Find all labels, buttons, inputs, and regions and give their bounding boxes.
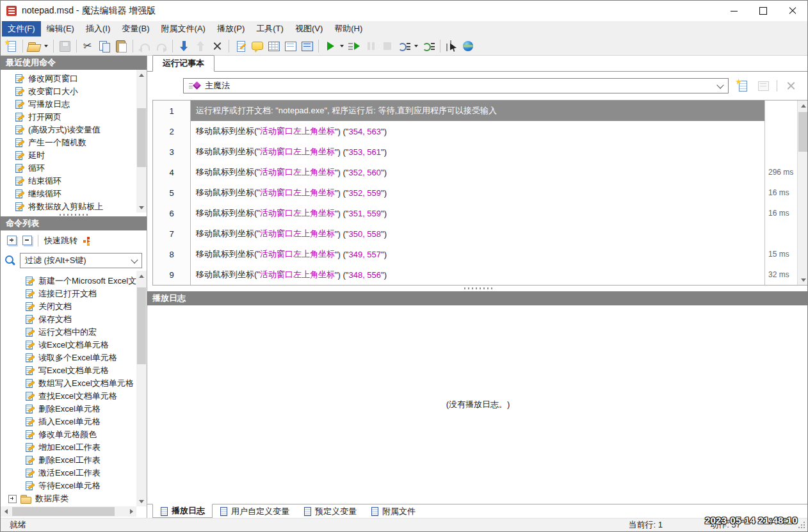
tree-item[interactable]: 关闭文档 xyxy=(1,300,136,313)
tree-item[interactable]: 修改单元格颜色 xyxy=(1,428,136,441)
delete-magic-button[interactable] xyxy=(783,78,798,93)
scroll-thumb[interactable] xyxy=(137,108,146,167)
script-row[interactable]: 1运行程序或打开文档: "notepad.exe", 程序运行后: 等待,直到应… xyxy=(153,101,798,121)
tree-item[interactable]: 读Excel文档单元格 xyxy=(1,339,136,351)
chevron-down-icon[interactable] xyxy=(716,81,723,88)
script-row[interactable]: 4移动鼠标到坐标("活动窗口左上角坐标") ("352, 560")296 ms xyxy=(153,162,798,182)
collapse-all-button[interactable] xyxy=(22,236,32,245)
comment-icon[interactable] xyxy=(249,38,265,54)
menu-item-file[interactable]: 文件(F) xyxy=(2,21,41,36)
recent-command-item[interactable]: 继续循环 xyxy=(1,188,136,200)
scroll-thumb[interactable] xyxy=(798,112,808,152)
script-row-text[interactable]: 移动鼠标到坐标("活动窗口左上角坐标") ("348, 556") xyxy=(191,264,764,285)
tree-item[interactable]: 等待Excel单元格 xyxy=(1,480,136,492)
tree-item[interactable]: 新建一个Microsoft Excel文 xyxy=(1,275,136,287)
tree-item[interactable]: 保存文档 xyxy=(1,313,136,326)
recent-command-item[interactable]: 将数据放入剪贴板上 xyxy=(1,200,136,213)
script-row-text[interactable]: 移动鼠标到坐标("活动窗口左上角坐标") ("353, 561") xyxy=(191,141,764,162)
list-view-icon[interactable] xyxy=(299,38,315,54)
step-over-icon[interactable] xyxy=(421,38,437,54)
menu-item-view[interactable]: 视图(V) xyxy=(289,21,328,36)
scroll-right-arrow[interactable] xyxy=(126,506,136,517)
scroll-up-arrow[interactable] xyxy=(136,70,147,80)
magic-selector[interactable]: 主魔法 xyxy=(183,78,729,93)
script-row[interactable]: 6移动鼠标到坐标("活动窗口左上角坐标") ("351, 559")16 ms xyxy=(153,203,798,223)
tree-item[interactable]: 插入Excel单元格 xyxy=(1,415,136,428)
tree-item[interactable]: 读取多个Excel单元格 xyxy=(1,351,136,364)
tree-item[interactable]: 运行文档中的宏 xyxy=(1,326,136,339)
step-run-icon[interactable] xyxy=(346,38,362,54)
recent-command-item[interactable]: 产生一个随机数 xyxy=(1,136,136,149)
tab-run-notepad[interactable]: 运行记事本 xyxy=(152,55,214,72)
log-splitter[interactable] xyxy=(147,286,808,291)
open-icon[interactable] xyxy=(26,38,42,54)
scroll-left-arrow[interactable] xyxy=(1,506,11,517)
pick-point-icon[interactable] xyxy=(444,38,460,54)
menu-item-insert[interactable]: 插入(I) xyxy=(80,21,116,36)
maximize-button[interactable] xyxy=(748,1,778,21)
pause-icon[interactable] xyxy=(363,38,379,54)
menu-item-variable[interactable]: 变量(B) xyxy=(116,21,155,36)
recent-command-item[interactable]: 写播放日志 xyxy=(1,98,136,111)
tree-item[interactable]: 删除Excel单元格 xyxy=(1,403,136,415)
new-magic-button[interactable] xyxy=(734,78,750,93)
recent-command-item[interactable]: 循环 xyxy=(1,162,136,175)
stop-icon[interactable] xyxy=(380,38,396,54)
recent-command-item[interactable]: 打开网页 xyxy=(1,111,136,124)
new-script-icon[interactable] xyxy=(3,38,19,54)
recent-command-item[interactable]: 修改网页窗口 xyxy=(1,72,136,85)
recent-command-item[interactable]: 延时 xyxy=(1,149,136,162)
script-row-text[interactable]: 移动鼠标到坐标("活动窗口左上角坐标") ("352, 560") xyxy=(191,162,764,182)
resize-grip[interactable] xyxy=(804,527,805,528)
scroll-up-arrow[interactable] xyxy=(136,271,147,281)
scroll-down-arrow[interactable] xyxy=(136,496,147,506)
run-to-line-dropdown-arrow[interactable] xyxy=(413,38,420,54)
edit-note-icon[interactable] xyxy=(232,38,248,54)
expand-plus-icon[interactable] xyxy=(8,495,17,503)
run-to-line-icon[interactable] xyxy=(396,38,412,54)
paste-icon[interactable] xyxy=(113,38,129,54)
command-tree-horizontal-scrollbar[interactable] xyxy=(1,506,136,517)
chevron-down-icon[interactable] xyxy=(131,256,138,263)
scroll-thumb[interactable] xyxy=(137,287,146,364)
menu-item-play[interactable]: 播放(P) xyxy=(211,21,250,36)
script-row[interactable]: 8移动鼠标到坐标("活动窗口左上角坐标") ("349, 557")15 ms xyxy=(153,244,798,264)
scroll-down-arrow[interactable] xyxy=(136,202,147,213)
undo-icon[interactable] xyxy=(136,38,152,54)
script-row-text[interactable]: 移动鼠标到坐标("活动窗口左上角坐标") ("351, 559") xyxy=(191,203,764,223)
quick-jump-icon[interactable] xyxy=(83,237,92,245)
script-row-text[interactable]: 移动鼠标到坐标("活动窗口左上角坐标") ("354, 563") xyxy=(191,121,764,141)
command-tree-scrollbar[interactable] xyxy=(136,271,147,506)
recent-list-scrollbar[interactable] xyxy=(136,70,147,213)
bottom-tab-user-vars[interactable]: 用户自定义变量 xyxy=(213,504,296,518)
recent-command-item[interactable]: (高级方式)读变量值 xyxy=(1,124,136,136)
bottom-tab-play-log[interactable]: 播放日志 xyxy=(152,504,213,518)
delete-icon[interactable] xyxy=(209,38,225,54)
script-row[interactable]: 5移动鼠标到坐标("活动窗口左上角坐标") ("352, 559")16 ms xyxy=(153,182,798,203)
script-row-text[interactable]: 移动鼠标到坐标("活动窗口左上角坐标") ("350, 558") xyxy=(191,223,764,244)
script-row-text[interactable]: 运行程序或打开文档: "notepad.exe", 程序运行后: 等待,直到应用… xyxy=(191,101,764,121)
grid-icon[interactable] xyxy=(266,38,282,54)
cut-icon[interactable] xyxy=(80,38,96,54)
web-icon[interactable] xyxy=(460,38,476,54)
scroll-down-arrow[interactable] xyxy=(798,275,808,285)
close-button[interactable] xyxy=(778,1,807,21)
tree-item[interactable]: 激活Excel工作表 xyxy=(1,467,136,480)
filter-input[interactable]: 过滤 (按Alt+S键) xyxy=(20,253,142,268)
tree-item[interactable]: 查找Excel文档单元格 xyxy=(1,390,136,403)
minimize-button[interactable] xyxy=(719,1,748,21)
tree-item[interactable]: 数组写入Excel文档单元格 xyxy=(1,377,136,390)
script-scrollbar[interactable] xyxy=(797,101,808,285)
redo-icon[interactable] xyxy=(153,38,169,54)
script-row[interactable]: 2移动鼠标到坐标("活动窗口左上角坐标") ("354, 563") xyxy=(153,121,798,141)
menu-item-help[interactable]: 帮助(H) xyxy=(328,21,368,36)
script-row[interactable]: 7移动鼠标到坐标("活动窗口左上角坐标") ("350, 558") xyxy=(153,223,798,244)
quick-jump-label[interactable]: 快速跳转 xyxy=(44,235,77,246)
script-row[interactable]: 9移动鼠标到坐标("活动窗口左上角坐标") ("348, 556")32 ms xyxy=(153,264,798,285)
tree-item[interactable]: 连接已打开文档 xyxy=(1,287,136,300)
scroll-up-arrow[interactable] xyxy=(798,101,808,111)
tree-item[interactable]: 删除Excel工作表 xyxy=(1,454,136,467)
form-icon[interactable] xyxy=(282,38,298,54)
open-dropdown-arrow[interactable] xyxy=(43,38,50,54)
play-icon[interactable] xyxy=(322,38,338,54)
